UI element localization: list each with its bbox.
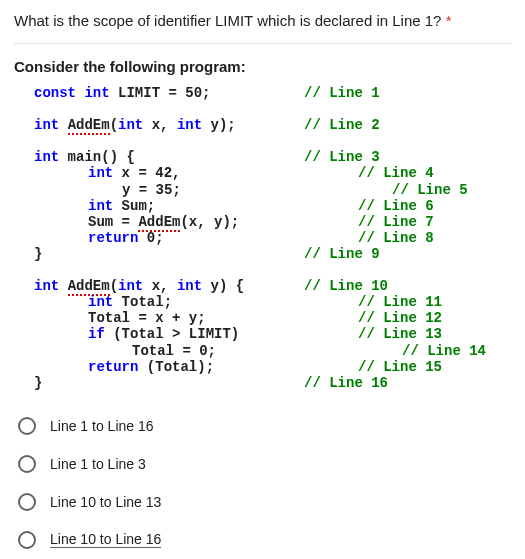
radio-button[interactable] [18, 417, 36, 435]
code-comment: // Line 13 [358, 326, 442, 342]
code-line: int AddEm(int x, int y);// Line 2 [14, 117, 511, 133]
code-content: const int LIMIT = 50; [14, 85, 304, 101]
code-content: int AddEm(int x, int y) { [14, 278, 304, 294]
code-content: Total = x + y; [14, 310, 358, 326]
required-marker: * [446, 12, 452, 29]
code-comment: // Line 2 [304, 117, 380, 133]
code-line: }// Line 16 [14, 375, 511, 391]
code-line: Sum = AddEm(x, y);// Line 7 [14, 214, 511, 230]
code-line [14, 133, 511, 149]
code-comment: // Line 1 [304, 85, 380, 101]
options-group: Line 1 to Line 16Line 1 to Line 3Line 10… [14, 407, 511, 559]
code-line: }// Line 9 [14, 246, 511, 262]
code-content: int Total; [14, 294, 358, 310]
code-line: const int LIMIT = 50;// Line 1 [14, 85, 511, 101]
code-line: int Sum;// Line 6 [14, 198, 511, 214]
code-comment: // Line 12 [358, 310, 442, 326]
code-comment: // Line 7 [358, 214, 434, 230]
code-line: int Total;// Line 11 [14, 294, 511, 310]
code-comment: // Line 6 [358, 198, 434, 214]
code-content: int main() { [14, 149, 304, 165]
code-comment: // Line 3 [304, 149, 380, 165]
code-content: return (Total); [14, 359, 358, 375]
code-line: int main() {// Line 3 [14, 149, 511, 165]
code-content: return 0; [14, 230, 358, 246]
code-content: Sum = AddEm(x, y); [14, 214, 358, 230]
radio-button[interactable] [18, 531, 36, 549]
option-label: Line 1 to Line 16 [50, 418, 154, 434]
code-comment: // Line 8 [358, 230, 434, 246]
code-content: int x = 42, [14, 165, 358, 181]
radio-button[interactable] [18, 493, 36, 511]
code-line: Total = x + y;// Line 12 [14, 310, 511, 326]
code-line: int AddEm(int x, int y) {// Line 10 [14, 278, 511, 294]
code-content: int Sum; [14, 198, 358, 214]
subheading: Consider the following program: [14, 58, 511, 75]
code-comment: // Line 16 [304, 375, 388, 391]
code-content: } [14, 375, 304, 391]
code-line [14, 101, 511, 117]
code-comment: // Line 15 [358, 359, 442, 375]
code-comment: // Line 4 [358, 165, 434, 181]
code-comment: // Line 10 [304, 278, 388, 294]
option-row[interactable]: Line 10 to Line 13 [14, 483, 511, 521]
code-content: if (Total > LIMIT) [14, 326, 358, 342]
question-body: What is the scope of identifier LIMIT wh… [14, 12, 441, 29]
code-line: int x = 42,// Line 4 [14, 165, 511, 181]
option-label: Line 10 to Line 16 [50, 531, 161, 548]
question-text: What is the scope of identifier LIMIT wh… [14, 12, 511, 44]
option-row[interactable]: Line 1 to Line 16 [14, 407, 511, 445]
code-block: const int LIMIT = 50;// Line 1 int AddEm… [14, 85, 511, 391]
code-line: return (Total);// Line 15 [14, 359, 511, 375]
option-label: Line 10 to Line 13 [50, 494, 161, 510]
code-comment: // Line 11 [358, 294, 442, 310]
code-line [14, 262, 511, 278]
code-content: y = 35; [14, 182, 392, 198]
code-line: if (Total > LIMIT)// Line 13 [14, 326, 511, 342]
code-content: Total = 0; [14, 343, 402, 359]
option-label: Line 1 to Line 3 [50, 456, 146, 472]
code-content: int AddEm(int x, int y); [14, 117, 304, 133]
code-line: y = 35;// Line 5 [14, 182, 511, 198]
radio-button[interactable] [18, 455, 36, 473]
code-comment: // Line 5 [392, 182, 468, 198]
option-row[interactable]: Line 10 to Line 16 [14, 521, 511, 559]
code-line: Total = 0;// Line 14 [14, 343, 511, 359]
code-line: return 0;// Line 8 [14, 230, 511, 246]
code-content: } [14, 246, 304, 262]
code-comment: // Line 9 [304, 246, 380, 262]
code-comment: // Line 14 [402, 343, 486, 359]
option-row[interactable]: Line 1 to Line 3 [14, 445, 511, 483]
